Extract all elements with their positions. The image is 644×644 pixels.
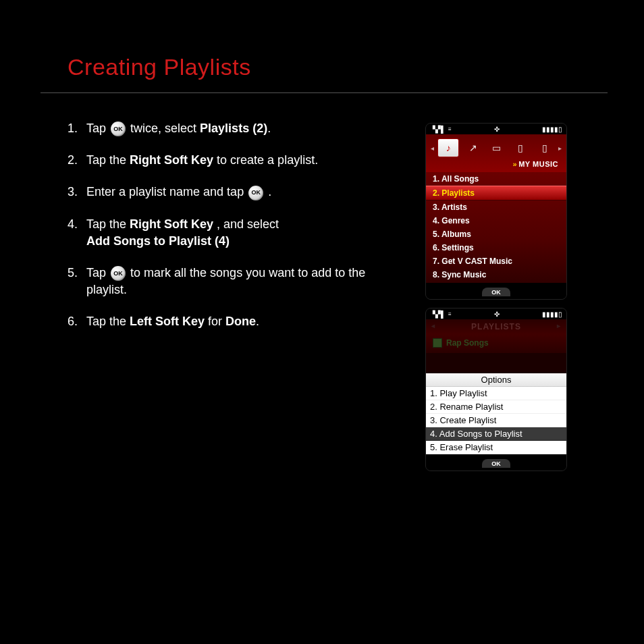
- crosshair-icon: ✜: [494, 126, 500, 133]
- step-number: 1.: [68, 120, 86, 137]
- step-body: Tap the Right Soft Key , and select Add …: [86, 216, 405, 250]
- chevron-right-icon: »: [513, 160, 518, 168]
- signal-icon: ▝▞▌: [430, 311, 446, 318]
- battery-icon: ▮▮▮▮▯: [542, 311, 562, 318]
- ok-softkey: OK: [482, 459, 510, 468]
- option-item: 4. Add Songs to Playlist: [426, 427, 566, 441]
- ok-icon: OK: [111, 266, 126, 281]
- text: Tap: [86, 122, 109, 135]
- save-icon: [433, 338, 442, 348]
- text: Tap: [86, 266, 109, 279]
- step-body: Tap OK to mark all the songs you want to…: [86, 265, 405, 298]
- screen-header: »MY MUSIC: [429, 160, 564, 171]
- bold-text: Right Soft Key: [130, 217, 213, 231]
- text: .: [256, 315, 259, 328]
- option-item: 1. Play Playlist: [426, 387, 566, 400]
- option-item: 2. Rename Playlist: [426, 400, 566, 414]
- menu-item: 5. Albums: [426, 227, 566, 241]
- step-body: Tap OK twice, select Playlists (2).: [86, 120, 405, 137]
- playlist-entry: Rap Songs: [426, 334, 566, 353]
- text: Enter a playlist name and tap: [86, 185, 247, 198]
- step-3: 3. Enter a playlist name and tap OK .: [68, 184, 405, 200]
- ok-softkey: OK: [482, 288, 510, 296]
- menu-list: 1. All Songs2. Playlists3. Artists4. Gen…: [426, 172, 566, 283]
- header-text: MY MUSIC: [518, 160, 558, 168]
- phone-screen-playlists: ▝▞▌ ≡ ✜ ▮▮▮▮▯ ◂ PLAYLISTS ▸: [425, 308, 567, 471]
- screen-header: ◂ PLAYLISTS ▸: [426, 322, 566, 331]
- nav-right-arrow-icon: ▸: [558, 144, 562, 152]
- text: to create a playlist.: [217, 153, 318, 167]
- step-number: 2.: [68, 152, 86, 169]
- text: , and select: [217, 217, 279, 231]
- status-bar: ▝▞▌ ≡ ✜ ▮▮▮▮▯: [426, 308, 566, 319]
- music-note-icon: ♪: [437, 138, 459, 157]
- menu-item: 2. Playlists: [426, 186, 566, 200]
- step-body: Enter a playlist name and tap OK .: [86, 184, 405, 200]
- battery-icon: ▮▮▮▮▯: [542, 126, 562, 133]
- bold-text: Done: [225, 315, 256, 328]
- ev-icon: ≡: [448, 126, 452, 132]
- options-menu: Options 1. Play Playlist2. Rename Playli…: [426, 373, 566, 454]
- menu-item: 7. Get V CAST Music: [426, 254, 566, 268]
- text: Tap the: [86, 153, 130, 167]
- step-4: 4. Tap the Right Soft Key , and select A…: [68, 216, 405, 250]
- bold-text: Right Soft Key: [130, 153, 213, 167]
- menu-item: 3. Artists: [426, 200, 566, 214]
- text: twice, select: [130, 122, 200, 135]
- softkey-bar: OK: [426, 454, 566, 471]
- text: to mark all the songs you want to add to…: [86, 266, 365, 296]
- step-2: 2. Tap the Right Soft Key to create a pl…: [68, 152, 405, 169]
- phone-screen-my-music: ▝▞▌ ≡ ✜ ▮▮▮▮▯ ◂ ♪ ↗ ▭ ▯ ▯: [425, 123, 567, 300]
- text: .: [267, 122, 271, 135]
- contact-icon: ▯: [510, 139, 531, 157]
- nav-icons: ◂ ♪ ↗ ▭ ▯ ▯ ▸: [429, 137, 564, 160]
- options-title: Options: [426, 373, 566, 387]
- step-number: 5.: [68, 265, 86, 298]
- menu-item: 6. Settings: [426, 241, 566, 254]
- bold-text: Add Songs to Playlist (4): [86, 234, 230, 248]
- crosshair-icon: ✜: [494, 311, 500, 318]
- ev-icon: ≡: [448, 311, 452, 317]
- text: for: [208, 315, 225, 328]
- step-body: Tap the Right Soft Key to create a playl…: [86, 152, 405, 169]
- bold-text: Left Soft Key: [130, 315, 205, 328]
- step-body: Tap the Left Soft Key for Done.: [86, 313, 405, 330]
- status-bar: ▝▞▌ ≡ ✜ ▮▮▮▮▯: [426, 124, 566, 134]
- step-number: 3.: [68, 184, 86, 200]
- bold-text: Playlists (2): [200, 122, 267, 135]
- phone-screenshots: ▝▞▌ ≡ ✜ ▮▮▮▮▯ ◂ ♪ ↗ ▭ ▯ ▯: [425, 123, 567, 471]
- menu-item: 8. Sync Music: [426, 268, 566, 281]
- text: Tap the: [86, 217, 130, 231]
- chevron-left-icon: ◂: [431, 322, 435, 329]
- shortcut-icon: ↗: [463, 139, 483, 157]
- step-5: 5. Tap OK to mark all the songs you want…: [68, 265, 405, 298]
- step-number: 4.: [68, 216, 86, 250]
- playlist-name: Rap Songs: [446, 338, 489, 348]
- option-item: 3. Create Playlist: [426, 414, 566, 427]
- signal-icon: ▝▞▌: [430, 126, 446, 133]
- option-item: 5. Erase Playlist: [426, 441, 566, 454]
- step-1: 1. Tap OK twice, select Playlists (2).: [68, 120, 405, 137]
- nav-left-arrow-icon: ◂: [431, 144, 434, 152]
- text: .: [268, 185, 271, 198]
- step-6: 6. Tap the Left Soft Key for Done.: [68, 313, 405, 330]
- page-title: Creating Playlists: [68, 54, 603, 80]
- device-icon: ▯: [535, 139, 555, 157]
- menu-item: 1. All Songs: [426, 172, 566, 186]
- text: Tap the: [86, 315, 130, 328]
- ok-icon: OK: [111, 122, 126, 136]
- chevron-right-icon: ▸: [557, 322, 561, 329]
- divider: [41, 92, 608, 93]
- softkey-bar: OK: [426, 283, 566, 299]
- step-number: 6.: [68, 313, 86, 330]
- header-text: PLAYLISTS: [471, 322, 521, 331]
- monitor-icon: ▭: [487, 139, 507, 157]
- empty-area: [426, 353, 566, 373]
- ok-icon: OK: [248, 186, 263, 200]
- menu-item: 4. Genres: [426, 214, 566, 227]
- steps-list: 1. Tap OK twice, select Playlists (2). 2…: [68, 120, 405, 471]
